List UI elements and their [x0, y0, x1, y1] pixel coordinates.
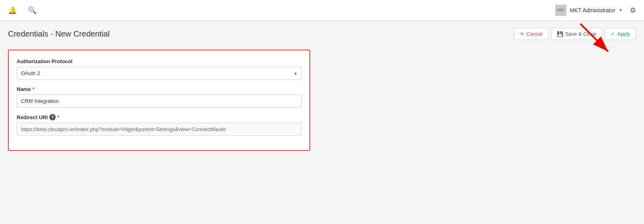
search-button[interactable]: 🔍 [26, 4, 38, 16]
apply-check-icon: ✓ [611, 31, 615, 37]
redirect-uri-input[interactable] [17, 123, 302, 136]
form-card: Authorization Protocol OAuth 2 OAuth 1 B… [8, 50, 310, 151]
apply-label: Apply [617, 31, 630, 37]
action-buttons: ✕ Cancel 💾 Save & Close ✓ Apply [514, 28, 636, 40]
search-icon: 🔍 [28, 6, 37, 15]
avatar: IMG [555, 5, 566, 16]
notification-bell[interactable]: 🔔 [6, 4, 18, 16]
settings-button[interactable]: ⚙ [628, 4, 638, 16]
name-input[interactable] [17, 95, 302, 108]
redirect-uri-group: Redirect URI ? * [17, 114, 302, 136]
gear-icon: ⚙ [630, 6, 636, 15]
name-required-star: * [32, 86, 34, 92]
save-close-label: Save & Close [565, 31, 597, 37]
cancel-x-icon: ✕ [520, 31, 524, 37]
save-close-button[interactable]: 💾 Save & Close [551, 28, 603, 40]
top-bar-right: IMG MKT Administrator ▼ ⚙ [555, 4, 638, 16]
page-title: Credentials - New Credential [8, 29, 110, 39]
redirect-uri-label: Redirect URI ? * [17, 114, 302, 120]
main-content: Authorization Protocol OAuth 2 OAuth 1 B… [0, 46, 644, 159]
apply-button[interactable]: ✓ Apply [605, 28, 636, 40]
auth-protocol-select-wrapper: OAuth 2 OAuth 1 Basic Auth [17, 67, 302, 80]
name-group: Name * [17, 86, 302, 108]
content-header: Credentials - New Credential ✕ Cancel 💾 … [0, 21, 644, 46]
top-bar-left: 🔔 🔍 [6, 4, 38, 16]
redirect-uri-required-star: * [57, 114, 59, 120]
name-label: Name * [17, 86, 302, 92]
auth-protocol-select[interactable]: OAuth 2 OAuth 1 Basic Auth [17, 67, 302, 80]
auth-protocol-group: Authorization Protocol OAuth 2 OAuth 1 B… [17, 58, 302, 80]
bell-icon: 🔔 [8, 6, 17, 15]
save-icon: 💾 [557, 31, 563, 37]
top-bar: 🔔 🔍 IMG MKT Administrator ▼ ⚙ [0, 0, 644, 21]
cancel-label: Cancel [526, 31, 542, 37]
user-dropdown-icon: ▼ [619, 8, 623, 12]
cancel-button[interactable]: ✕ Cancel [514, 28, 548, 40]
redirect-uri-help-icon[interactable]: ? [49, 114, 56, 120]
auth-protocol-label: Authorization Protocol [17, 58, 302, 64]
user-name: MKT Administrator [570, 7, 615, 14]
user-menu[interactable]: IMG MKT Administrator ▼ [555, 5, 623, 16]
